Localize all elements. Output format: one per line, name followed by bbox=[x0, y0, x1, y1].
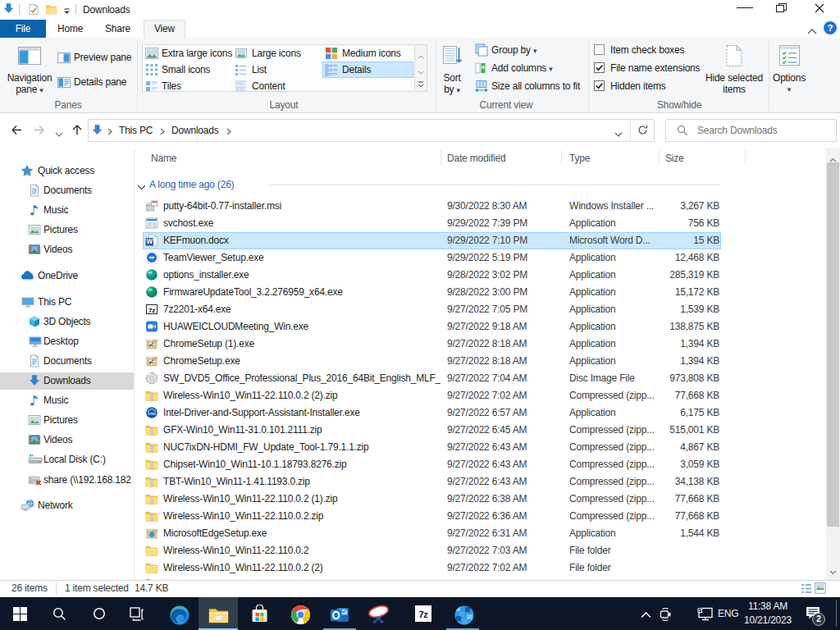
svg-text:7z: 7z bbox=[148, 307, 155, 314]
svg-text:7z: 7z bbox=[418, 609, 428, 619]
svg-text:intel: intel bbox=[148, 411, 156, 416]
svg-text:W: W bbox=[146, 238, 153, 245]
